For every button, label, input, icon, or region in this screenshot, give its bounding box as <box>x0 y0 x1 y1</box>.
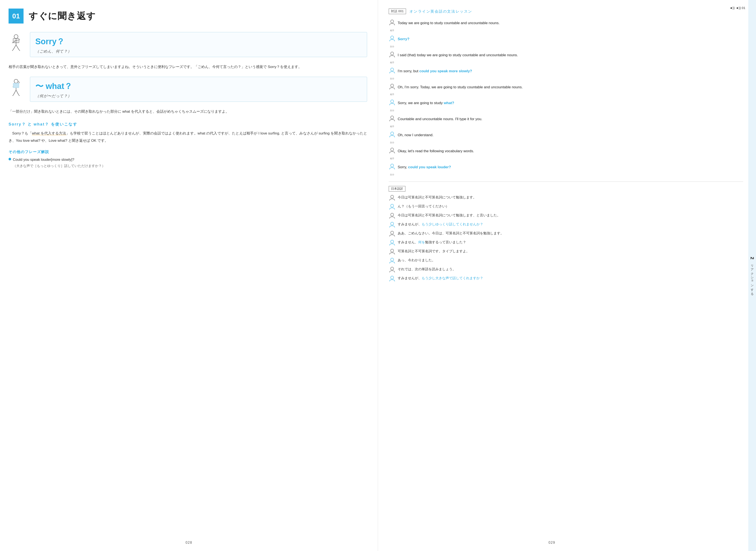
trans-text-7: 可算名詞と不可算名詞です。タイプしますよ。 <box>398 248 469 254</box>
label-self-3: 自分 <box>389 109 396 112</box>
person2-icon <box>9 79 24 98</box>
trans-avatar-7 <box>389 248 396 255</box>
trans-text-8: あっ、今わかりました。 <box>398 257 435 263</box>
svg-point-43 <box>391 249 394 252</box>
trans-avatar-9 <box>389 266 396 273</box>
conv-text-6: Sorry, we are going to study what? <box>398 99 743 106</box>
label-self-1: 自分 <box>389 45 396 48</box>
conv-text-9: Okay, let's read the following vocabular… <box>398 147 743 154</box>
trans-avatar-4 <box>389 221 396 228</box>
trans-text-1: 今日は可算名詞と不可算名詞について勉強します。 <box>398 194 476 200</box>
conv-text-5: Oh, I'm sorry. Today, we are going to st… <box>398 83 743 90</box>
svg-point-41 <box>391 231 394 234</box>
svg-point-40 <box>391 222 394 225</box>
conv-item-7: 相手 Countable and uncountable nouns. I'll… <box>389 115 743 128</box>
conv-item-8: 自分 Oh, now I understand. <box>389 131 743 144</box>
avatar-self-icon-5 <box>389 163 396 170</box>
trans-item-6: すみません、何を勉強するって言いました？ <box>389 239 743 246</box>
label-partner-2: 相手 <box>389 61 396 64</box>
label-partner-3: 相手 <box>389 93 396 96</box>
trans-cyan-3: もう少し大きな声で話してくれますか？ <box>422 276 483 280</box>
svg-point-45 <box>391 267 394 270</box>
trans-text-6: すみません、何を勉強するって言いました？ <box>398 239 466 245</box>
svg-line-23 <box>13 95 14 96</box>
avatar-partner-icon-5 <box>389 147 396 154</box>
chapter-header: 01 すぐに聞き返す <box>9 9 367 24</box>
translation-badge: 日本語訳 <box>389 186 405 191</box>
conv-item-4: 自分 I'm sorry, but could you speak more s… <box>389 67 743 80</box>
phrase2-main: 〜 what？ <box>35 81 362 92</box>
svg-line-6 <box>12 50 13 51</box>
person1-illustration <box>9 34 26 56</box>
label-self-4: 自分 <box>389 141 396 144</box>
svg-line-21 <box>13 90 16 95</box>
phrase2-section: 〜 what？ （何が〜だって？） <box>9 77 367 102</box>
conv-item-9: 相手 Okay, let's read the following vocabu… <box>389 147 743 160</box>
trans-avatar-3 <box>389 212 396 219</box>
phrase2-box: 〜 what？ （何が〜だって？） <box>30 77 367 102</box>
conv-speaker-1: 相手 相手 <box>389 19 396 32</box>
label-partner-4: 相手 <box>389 125 396 128</box>
dialog-badge: 対話 001 <box>389 9 406 14</box>
right-edge-tab: 2 リアクションする <box>748 0 756 551</box>
conv-item-2: 自分 Sorry? <box>389 35 743 48</box>
phrase1-sub: （ごめん、何て？） <box>35 49 362 54</box>
phrase1-box: Sorry？ （ごめん、何て？） <box>30 32 367 57</box>
conv-item-10: 自分 Sorry, could you speak louder? <box>389 163 743 176</box>
svg-point-39 <box>391 213 394 216</box>
usage-section: Sorry？ と what？ を使いこなす Sorry？も「what を代入する… <box>9 122 367 144</box>
avatar-self-icon-3 <box>389 99 396 106</box>
bullet-icon <box>9 158 11 160</box>
conv-speaker-6: 自分 <box>389 99 396 112</box>
avatar-self-icon-1 <box>389 35 396 42</box>
edge-number: 2 <box>749 257 755 260</box>
svg-point-44 <box>391 258 394 261</box>
avatar-partner-icon-4 <box>389 115 396 122</box>
divider <box>389 181 743 182</box>
label-self-2: 自分 <box>389 77 396 80</box>
chapter-number: 01 <box>9 9 24 24</box>
audio-badge[interactable]: ◄)) ◄)) 01 <box>729 6 745 10</box>
label-self-5: 自分 <box>389 173 396 176</box>
other-section: その他のフレーズ解説 Could you speak louder[more s… <box>9 149 367 169</box>
trans-item-10: すみませんが、もう少し大きな声で話してくれますか？ <box>389 276 743 282</box>
conv-speaker-5: 相手 <box>389 83 396 96</box>
trans-item-3: 今日は可算名詞と不可算名詞について勉強します、と言いました。 <box>389 212 743 219</box>
trans-avatar-10 <box>389 276 396 282</box>
conv-text-1: Today we are going to study countable an… <box>398 19 743 26</box>
trans-text-2: ん？（もう一回言ってください） <box>398 203 449 209</box>
svg-point-16 <box>14 79 18 83</box>
svg-line-7 <box>19 50 20 51</box>
phrase1-main: Sorry？ <box>35 36 362 47</box>
conv-text-2: Sorry? <box>398 35 743 42</box>
conv-text-4: I'm sorry, but could you speak more slow… <box>398 67 743 74</box>
conv-speaker-8: 自分 <box>389 131 396 144</box>
avatar-partner-icon-2 <box>389 51 396 58</box>
conv-text-3: I said (that) today we are going to stud… <box>398 51 743 58</box>
trans-text-4: すみませんが、もう少しゆっくり話してくれませんか？ <box>398 221 483 227</box>
svg-point-0 <box>14 35 18 38</box>
svg-point-31 <box>391 84 394 87</box>
cyan-sorry: Sorry? <box>398 37 409 41</box>
page-number-right: 029 <box>548 541 555 545</box>
trans-text-5: ああ、ごめんなさい。今日は、可算名詞と不可算名詞を勉強します。 <box>398 230 504 236</box>
trans-avatar-5 <box>389 230 396 237</box>
label-partner-5: 相手 <box>389 157 396 160</box>
dialog-title: オンライン英会話の文法レッスン <box>409 9 472 14</box>
trans-item-2: ん？（もう一回言ってください） <box>389 203 743 210</box>
svg-line-4 <box>13 45 16 50</box>
person1-icon <box>9 34 24 56</box>
svg-line-5 <box>16 45 19 50</box>
conv-speaker-10: 自分 <box>389 163 396 176</box>
conv-item-6: 自分 Sorry, we are going to study what? <box>389 99 743 112</box>
trans-item-8: あっ、今わかりました。 <box>389 257 743 264</box>
trans-avatar-1 <box>389 194 396 201</box>
audio-number: ◄)) 01 <box>735 6 745 10</box>
usage-body: Sorry？も「what を代入する方法」も学校で習うことはほとんどありませんが… <box>9 130 367 144</box>
svg-line-20 <box>19 81 19 83</box>
avatar-self-icon-2 <box>389 67 396 74</box>
conv-speaker-3: 相手 <box>389 51 396 64</box>
phrase1-section: Sorry？ （ごめん、何て？） <box>9 32 367 57</box>
other-item1: Could you speak louder[more slowly]? （大き… <box>9 156 367 169</box>
svg-point-29 <box>391 52 394 55</box>
